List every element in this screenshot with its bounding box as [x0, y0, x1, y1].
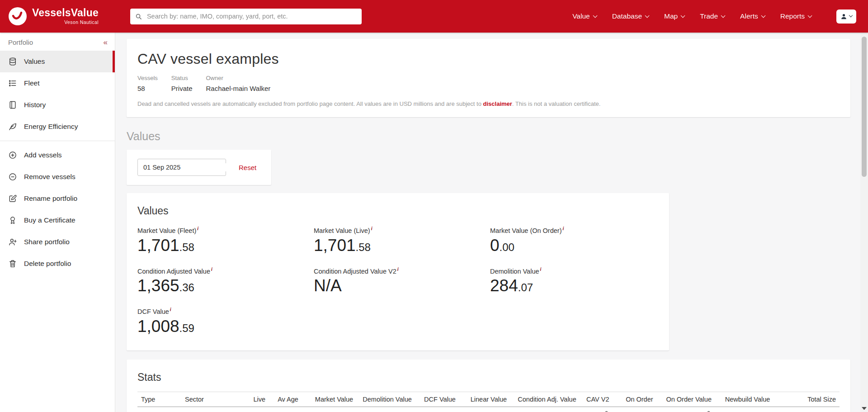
- sidebar-item-fleet[interactable]: Fleet: [0, 72, 115, 94]
- sidebar-item-energy-efficiency[interactable]: Energy Efficiency: [0, 116, 115, 137]
- sidebar-item-remove-vessels[interactable]: Remove vessels: [0, 166, 115, 188]
- cell-on_order_value: [657, 407, 715, 412]
- info-icon[interactable]: i: [170, 307, 171, 312]
- column-header[interactable]: DCF Value: [415, 392, 459, 407]
- column-header[interactable]: CAV V2: [580, 392, 613, 407]
- metrics-grid: Market Value (Fleet)i 1,701.58 Market Va…: [137, 226, 658, 336]
- disclaimer-pre: Dead and cancelled vessels are automatic…: [137, 100, 483, 107]
- sidebar-divider: [0, 141, 115, 141]
- sidebar-item-label: Remove vessels: [24, 173, 75, 181]
- edit-icon: [8, 194, 17, 203]
- stats-table-body: ALL58131,701.58284.071,008.591,355.631,3…: [137, 407, 840, 412]
- portfolio-sidebar: Portfolio « Values Fleet History Ener: [0, 33, 115, 412]
- cell-newbuild_value: 2,607.18: [715, 407, 774, 412]
- sidebar-item-history[interactable]: History: [0, 94, 115, 116]
- scroll-down-arrow-icon[interactable]: [862, 406, 867, 411]
- metric-dcf-value: DCF Valuei 1,008.59: [137, 307, 314, 336]
- meta-owner: Owner Rachael-main Walker: [206, 75, 271, 92]
- info-icon[interactable]: i: [540, 267, 542, 272]
- column-header[interactable]: Demolition Value: [357, 392, 415, 407]
- leaf-icon: [8, 122, 17, 131]
- list-icon: [8, 79, 17, 88]
- info-icon[interactable]: i: [562, 226, 564, 231]
- vesselsvalue-logo[interactable]: VesselsValue Veson Nautical: [8, 7, 99, 26]
- reset-button[interactable]: Reset: [239, 164, 256, 171]
- chevron-down-icon: [721, 13, 726, 18]
- info-icon[interactable]: i: [211, 267, 212, 272]
- column-header[interactable]: Linear Value: [459, 392, 510, 407]
- column-header[interactable]: Sector: [181, 392, 240, 407]
- values-card: Values Market Value (Fleet)i 1,701.58 Ma…: [127, 193, 669, 350]
- nav-trade[interactable]: Trade: [692, 8, 732, 25]
- collapse-sidebar-icon[interactable]: «: [104, 38, 108, 46]
- plus-circle-icon: [8, 151, 17, 160]
- certificate-icon: [8, 216, 17, 225]
- global-search: [130, 9, 362, 24]
- column-header[interactable]: On Order Value: [657, 392, 715, 407]
- book-icon: [8, 100, 17, 109]
- search-icon: [135, 13, 142, 20]
- sidebar-item-label: Values: [24, 57, 45, 66]
- nav-value[interactable]: Value: [565, 8, 604, 25]
- sidebar-item-label: Fleet: [24, 79, 39, 87]
- cell-cav_v2: [580, 407, 613, 412]
- valuation-date-field[interactable]: [137, 159, 226, 176]
- metric-value: N/A: [314, 277, 490, 295]
- sidebar-item-values[interactable]: Values: [0, 51, 115, 72]
- stats-table-head-row: TypeSectorLiveAv AgeMarket ValueDemoliti…: [137, 392, 840, 407]
- info-icon[interactable]: i: [371, 226, 373, 231]
- column-header[interactable]: Total Size: [774, 392, 840, 407]
- lock-icon: [706, 411, 712, 412]
- search-input[interactable]: [146, 12, 357, 20]
- user-plus-icon: [8, 237, 17, 246]
- sidebar-item-delete-portfolio[interactable]: Delete portfolio: [0, 253, 115, 275]
- user-icon: [840, 13, 847, 20]
- sidebar-item-buy-certificate[interactable]: Buy a Certificate: [0, 209, 115, 231]
- sidebar-item-label: History: [24, 101, 46, 109]
- user-menu-button[interactable]: [836, 9, 856, 24]
- vertical-scrollbar[interactable]: [860, 33, 868, 412]
- disclaimer-post: . This is not a valuation certificate.: [512, 100, 601, 107]
- chevron-down-icon: [681, 13, 685, 18]
- coins-icon: [8, 57, 17, 66]
- column-header[interactable]: On Order: [613, 392, 657, 407]
- top-navigation: Value Database Map Trade Alerts Reports: [565, 8, 819, 25]
- chevron-down-icon: [849, 14, 853, 17]
- cell-dcf_value: 1,008.59: [415, 407, 459, 412]
- cell-total_size: --: [774, 407, 840, 412]
- scrollbar-thumb[interactable]: [862, 37, 867, 177]
- column-header[interactable]: Av Age: [269, 392, 302, 407]
- nav-database[interactable]: Database: [604, 8, 656, 25]
- disclaimer-link[interactable]: disclaimer: [483, 100, 512, 107]
- column-header[interactable]: Condition Adj. Value: [510, 392, 580, 407]
- valuation-date-input[interactable]: [142, 163, 229, 171]
- column-header[interactable]: Live: [240, 392, 269, 407]
- chevron-down-icon: [593, 13, 597, 18]
- logo-icon: [8, 7, 27, 26]
- cell-live: 58: [240, 407, 269, 412]
- sidebar-item-add-vessels[interactable]: Add vessels: [0, 144, 115, 166]
- logo-text: VesselsValue Veson Nautical: [32, 8, 99, 25]
- sidebar-item-label: Add vessels: [24, 151, 62, 159]
- meta-label: Vessels: [137, 75, 158, 81]
- nav-reports[interactable]: Reports: [773, 8, 819, 25]
- chevron-down-icon: [808, 13, 812, 18]
- sidebar-item-rename-portfolio[interactable]: Rename portfolio: [0, 188, 115, 209]
- trash-icon: [8, 259, 17, 268]
- top-bar: VesselsValue Veson Nautical Value Databa…: [0, 0, 868, 33]
- metric-label: Market Value (Live): [314, 227, 370, 234]
- minus-circle-icon: [8, 172, 17, 181]
- column-header[interactable]: Type: [137, 392, 181, 407]
- metric-label: Market Value (Fleet): [137, 227, 196, 234]
- nav-alerts[interactable]: Alerts: [732, 8, 773, 25]
- column-header[interactable]: Market Value: [302, 392, 357, 407]
- sidebar-item-label: Buy a Certificate: [24, 216, 75, 224]
- info-icon[interactable]: i: [397, 267, 399, 272]
- column-header[interactable]: Newbuild Value: [715, 392, 774, 407]
- table-row[interactable]: ALL58131,701.58284.071,008.591,355.631,3…: [137, 407, 840, 412]
- cell-on_order: 0: [613, 407, 657, 412]
- values-section-heading: Values: [127, 130, 868, 143]
- nav-map[interactable]: Map: [656, 8, 692, 25]
- info-icon[interactable]: i: [197, 226, 198, 231]
- sidebar-item-share-portfolio[interactable]: Share portfolio: [0, 231, 115, 253]
